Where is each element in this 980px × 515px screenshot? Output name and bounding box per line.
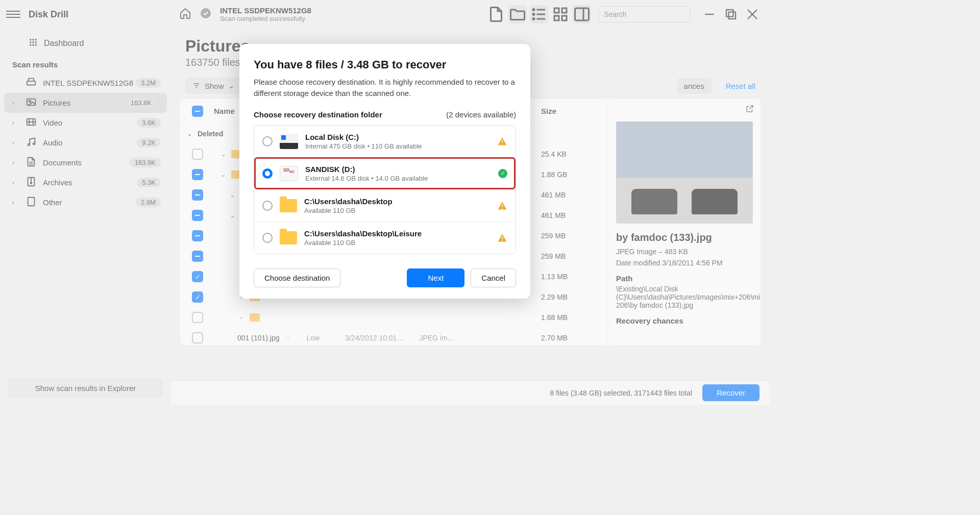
warning-icon: [497, 136, 507, 146]
destination-option[interactable]: Local Disk (C:)Internal 475 GB disk • 11…: [254, 126, 516, 157]
sd-card-icon: SDHC: [280, 166, 298, 181]
disk-icon: [280, 134, 298, 149]
check-ok-icon: ✓: [498, 169, 507, 178]
destination-title: C:\Users\dasha\Desktop\Leisure: [304, 229, 490, 238]
recovery-destination-modal: You have 8 files / 3.48 GB to recover Pl…: [239, 44, 530, 299]
destination-option[interactable]: SDHCSANDISK (D:)External 14.6 GB disk • …: [254, 157, 516, 189]
svg-rect-49: [502, 204, 503, 207]
modal-description: Please choose recovery destination. It i…: [254, 77, 516, 99]
choose-destination-button[interactable]: Choose destination: [254, 268, 340, 287]
svg-rect-51: [502, 236, 503, 239]
destination-title: Local Disk (C:): [305, 133, 490, 141]
warning-icon: [497, 233, 507, 243]
destination-option[interactable]: C:\Users\dasha\Desktop\LeisureAvailable …: [254, 222, 516, 254]
destination-title: SANDISK (D:): [305, 165, 491, 174]
svg-rect-50: [502, 208, 503, 209]
destination-subtitle: Internal 475 GB disk • 110 GB available: [305, 142, 490, 150]
destination-radio[interactable]: [262, 201, 273, 211]
svg-rect-48: [502, 143, 503, 144]
modal-title: You have 8 files / 3.48 GB to recover: [254, 58, 516, 71]
destination-subtitle: Available 110 GB: [304, 207, 490, 214]
destination-subtitle: Available 110 GB: [304, 239, 490, 247]
folder-icon: [280, 199, 297, 212]
choose-folder-label: Choose recovery destination folder: [254, 110, 382, 119]
destination-option[interactable]: C:\Users\dasha\DesktopAvailable 110 GB: [254, 189, 516, 222]
devices-available: (2 devices available): [446, 110, 516, 119]
folder-icon: [280, 231, 297, 244]
warning-icon: [497, 201, 507, 211]
destination-radio[interactable]: [262, 136, 273, 146]
destination-subtitle: External 14.6 GB disk • 14.0 GB availabl…: [305, 175, 491, 182]
next-button[interactable]: Next: [407, 268, 464, 287]
svg-rect-47: [502, 140, 503, 142]
cancel-button[interactable]: Cancel: [471, 268, 516, 287]
destination-radio[interactable]: [262, 168, 273, 179]
destination-title: C:\Users\dasha\Desktop: [304, 197, 490, 206]
destination-radio[interactable]: [262, 233, 273, 243]
svg-rect-52: [502, 240, 503, 241]
